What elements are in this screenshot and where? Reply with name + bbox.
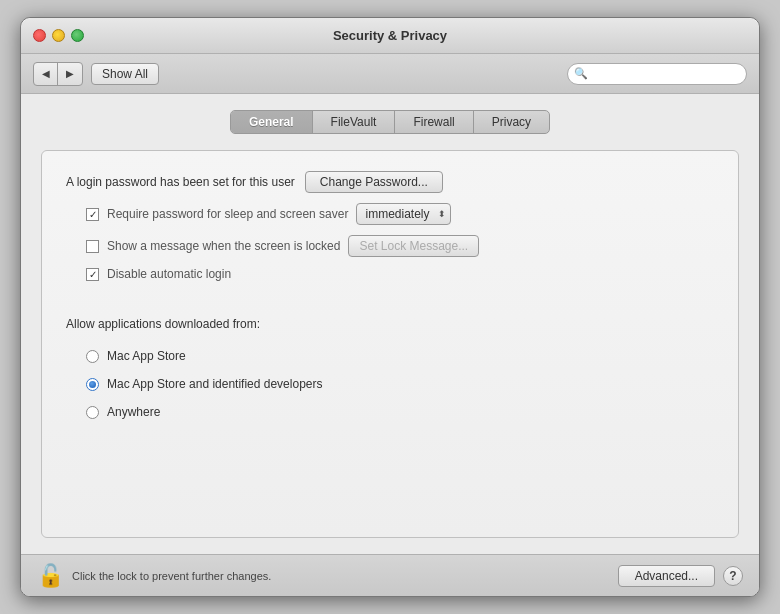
back-arrow-icon: ◀ (42, 68, 50, 79)
lock-label: Click the lock to prevent further change… (72, 570, 271, 582)
search-input[interactable] (567, 63, 747, 85)
back-button[interactable]: ◀ (34, 63, 58, 85)
footer-right: Advanced... ? (618, 565, 743, 587)
disable-autologin-label: Disable automatic login (107, 267, 231, 281)
titlebar: Security & Privacy (21, 18, 759, 54)
radio-anywhere-label: Anywhere (107, 405, 160, 419)
search-wrapper: 🔍 (567, 63, 747, 85)
help-button[interactable]: ? (723, 566, 743, 586)
change-password-button[interactable]: Change Password... (305, 171, 443, 193)
checkmark-icon2: ✓ (89, 269, 97, 280)
traffic-lights (33, 29, 84, 42)
section-divider (66, 291, 714, 307)
show-all-button[interactable]: Show All (91, 63, 159, 85)
toolbar: ◀ ▶ Show All 🔍 (21, 54, 759, 94)
show-message-row: Show a message when the screen is locked… (66, 235, 714, 257)
panel: A login password has been set for this u… (41, 150, 739, 538)
login-password-label: A login password has been set for this u… (66, 175, 295, 189)
close-button[interactable] (33, 29, 46, 42)
lock-icon-area[interactable]: 🔓 Click the lock to prevent further chan… (37, 563, 271, 589)
require-password-row: ✓ Require password for sleep and screen … (66, 203, 714, 225)
minimize-button[interactable] (52, 29, 65, 42)
login-password-row: A login password has been set for this u… (66, 171, 714, 193)
checkmark-icon: ✓ (89, 209, 97, 220)
radio-anywhere[interactable] (86, 406, 99, 419)
disable-autologin-row: ✓ Disable automatic login (66, 267, 714, 281)
forward-button[interactable]: ▶ (58, 63, 82, 85)
footer: 🔓 Click the lock to prevent further chan… (21, 554, 759, 596)
forward-arrow-icon: ▶ (66, 68, 74, 79)
tab-privacy[interactable]: Privacy (474, 111, 549, 133)
tabs: General FileVault Firewall Privacy (41, 110, 739, 134)
radio-mac-app-store[interactable] (86, 350, 99, 363)
tab-filevault[interactable]: FileVault (313, 111, 396, 133)
window: Security & Privacy ◀ ▶ Show All 🔍 Genera… (20, 17, 760, 597)
disable-autologin-checkbox[interactable]: ✓ (86, 268, 99, 281)
allow-apps-heading: Allow applications downloaded from: (66, 317, 714, 331)
require-password-label: Require password for sleep and screen sa… (107, 207, 348, 221)
maximize-button[interactable] (71, 29, 84, 42)
content: General FileVault Firewall Privacy A log… (21, 94, 759, 554)
window-title: Security & Privacy (333, 28, 447, 43)
tab-firewall[interactable]: Firewall (395, 111, 473, 133)
password-timing-select[interactable]: immediately (356, 203, 451, 225)
radio-anywhere-row: Anywhere (66, 405, 714, 419)
show-message-checkbox[interactable] (86, 240, 99, 253)
radio-mac-app-store-label: Mac App Store (107, 349, 186, 363)
require-password-checkbox[interactable]: ✓ (86, 208, 99, 221)
radio-mac-app-store-row: Mac App Store (66, 349, 714, 363)
tab-general[interactable]: General (231, 111, 313, 133)
radio-dot (89, 381, 96, 388)
tab-bar: General FileVault Firewall Privacy (230, 110, 550, 134)
advanced-button[interactable]: Advanced... (618, 565, 715, 587)
immediately-select-wrapper: immediately ⬍ (356, 203, 451, 225)
radio-mac-app-store-developers[interactable] (86, 378, 99, 391)
show-message-label: Show a message when the screen is locked (107, 239, 340, 253)
radio-mac-app-store-developers-row: Mac App Store and identified developers (66, 377, 714, 391)
radio-mac-app-store-developers-label: Mac App Store and identified developers (107, 377, 322, 391)
nav-buttons: ◀ ▶ (33, 62, 83, 86)
lock-icon: 🔓 (37, 563, 64, 589)
set-lock-message-button[interactable]: Set Lock Message... (348, 235, 479, 257)
